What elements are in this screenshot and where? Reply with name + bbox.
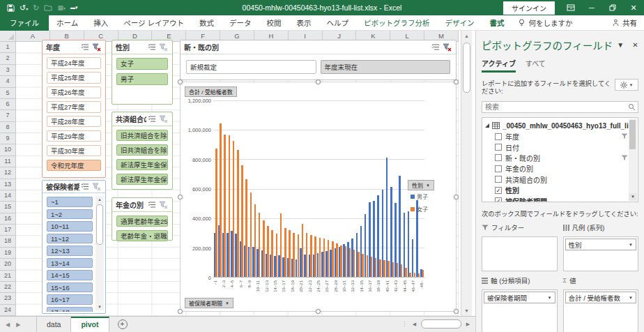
slicer-item[interactable]: 13~14 (47, 258, 93, 269)
field-search-input[interactable] (482, 101, 638, 113)
row-header-14[interactable]: 14 (0, 190, 16, 202)
horizontal-scroll-thumb[interactable] (421, 319, 461, 329)
slicer-item[interactable]: 新法厚生年金保険_老... (116, 174, 168, 186)
bar-女子[interactable] (397, 263, 399, 277)
bar-女子[interactable] (358, 252, 360, 277)
area-chip-合計 / 受給権者数[interactable]: 合計 / 受給権者数▼ (565, 292, 637, 303)
slicer-item[interactable]: 平成28年度 (47, 116, 101, 128)
slicer-seibetsu[interactable]: 性別 女子男子 (112, 40, 173, 105)
row-header-21[interactable]: 21 (0, 271, 16, 282)
bar-男子[interactable] (386, 158, 388, 277)
new-sheet-icon[interactable]: + (118, 319, 128, 329)
axis-field-button[interactable]: 被保険者期間▼ (185, 298, 233, 308)
select-all-corner[interactable] (0, 31, 16, 42)
slicer-item[interactable]: 1~2 (47, 209, 93, 220)
slicer-item[interactable]: 老齢年金・退職年金 (116, 230, 168, 242)
bar-女子[interactable] (293, 233, 295, 278)
bar-女子[interactable] (233, 141, 235, 277)
bar-女子[interactable] (367, 255, 369, 277)
slicer-kikan[interactable]: 被保険者期... ~11~210~1111~1212~1313~1414~151… (42, 180, 106, 314)
field-row-年度[interactable]: 年度 (485, 131, 628, 142)
field-checkbox[interactable] (495, 176, 502, 183)
slicer-kyosai[interactable]: 共済組合の別 旧共済組合を除く_通...旧共済組合を除く_老...新法厚生年金保… (112, 112, 173, 190)
multi-select-icon[interactable] (79, 182, 91, 192)
slicer-item[interactable]: 10~11 (47, 221, 93, 232)
bar-女子[interactable] (298, 234, 300, 277)
bar-女子[interactable] (314, 236, 316, 277)
scroll-up-icon[interactable]: ▲ (95, 196, 104, 203)
row-header-10[interactable]: 10 (0, 144, 16, 156)
bar-女子[interactable] (229, 135, 231, 277)
bar-女子[interactable] (245, 179, 247, 277)
row-header-15[interactable]: 15 (0, 202, 16, 213)
row-header-12[interactable]: 12 (0, 167, 16, 179)
clear-filter-icon[interactable] (91, 43, 102, 52)
slicer-item[interactable]: 令和元年度 (47, 160, 101, 172)
scroll-right-icon[interactable]: ▶ (463, 319, 473, 329)
values-area-box[interactable]: 合計 / 受給権者数▼ (563, 289, 639, 332)
splitter-handle[interactable]: ⋮ (401, 321, 408, 327)
ribbon-tab-ホーム[interactable]: ホーム (49, 15, 86, 31)
row-header-4[interactable]: 4 (0, 76, 16, 87)
row-header-23[interactable]: 23 (0, 293, 16, 304)
slicer-item[interactable]: 平成29年度 (47, 130, 101, 142)
area-chip-性別[interactable]: 性別▼ (565, 239, 637, 250)
collapse-icon[interactable] (485, 123, 489, 128)
row-header-1[interactable]: 1 (0, 42, 16, 53)
legend-field-button[interactable]: 性別▼ (408, 180, 434, 190)
ribbon-tab-データ[interactable]: データ (222, 15, 259, 31)
chart-handle[interactable] (178, 80, 183, 84)
bar-女子[interactable] (379, 259, 381, 277)
minimize-button[interactable]: ─ (581, 0, 602, 15)
bar-女子[interactable] (267, 226, 269, 277)
slicer-item[interactable]: 旧共済組合を除く_通... (116, 130, 168, 142)
field-list-scrollbar[interactable]: ▼ (629, 119, 637, 201)
slicer-item[interactable]: 新規裁定 (186, 60, 316, 74)
row-header-13[interactable]: 13 (0, 179, 16, 190)
scroll-down-icon[interactable]: ▼ (461, 305, 472, 316)
chart-handle[interactable] (454, 195, 459, 199)
bar-女子[interactable] (405, 268, 407, 277)
chart-handle[interactable] (316, 80, 321, 84)
slicer-scroll-thumb[interactable] (96, 204, 103, 245)
bar-男子[interactable] (404, 213, 406, 277)
field-checkbox[interactable]: ✓ (495, 187, 502, 194)
tools-button[interactable]: ▼ (615, 79, 638, 91)
bar-女子[interactable] (340, 246, 342, 278)
slicer-item[interactable]: 11~12 (47, 234, 93, 244)
bar-女子[interactable] (388, 261, 390, 277)
ribbon-tab-ヘルプ[interactable]: ヘルプ (319, 15, 356, 31)
bar-女子[interactable] (220, 123, 222, 277)
bar-女子[interactable] (383, 260, 385, 277)
row-header-7[interactable]: 7 (0, 110, 16, 121)
field-checkbox[interactable] (495, 154, 502, 161)
field-checkbox[interactable] (495, 165, 502, 172)
scroll-down-icon[interactable]: ▼ (95, 303, 104, 310)
slicer-item[interactable]: 16~17 (47, 294, 93, 305)
bar-女子[interactable] (254, 204, 256, 277)
bar-女子[interactable] (328, 240, 330, 277)
ribbon-tab-校閲[interactable]: 校閲 (259, 15, 289, 31)
row-header-19[interactable]: 19 (0, 248, 16, 259)
scroll-left-icon[interactable]: ◀ (410, 319, 419, 329)
pivot-chart[interactable]: 合計 / 受給権者数 0200,000400,000600,000800,000… (180, 82, 457, 312)
table-node[interactable]: _00450_mhlw_00450463_hyo13_full_list (485, 120, 628, 131)
row-header-18[interactable]: 18 (0, 236, 16, 247)
bar-女子[interactable] (271, 230, 273, 277)
multi-select-icon[interactable] (146, 43, 158, 52)
tell-me-box[interactable]: 何をしますか (512, 17, 579, 28)
bar-女子[interactable] (280, 213, 282, 277)
bar-女子[interactable] (241, 165, 243, 277)
row-header-9[interactable]: 9 (0, 133, 16, 144)
bar-女子[interactable] (353, 250, 355, 277)
slicer-item[interactable]: 女子 (116, 58, 168, 70)
bar-女子[interactable] (414, 273, 416, 277)
field-row-新・既の別[interactable]: 新・既の別 (485, 153, 628, 163)
bar-女子[interactable] (319, 238, 321, 277)
restore-button[interactable] (602, 0, 623, 15)
bar-女子[interactable] (345, 246, 347, 277)
multi-select-icon[interactable] (79, 43, 91, 52)
bar-女子[interactable] (263, 220, 265, 277)
slicer-nendo[interactable]: 年度 平成24年度平成25年度平成26年度平成27年度平成28年度平成29年度平… (42, 40, 106, 178)
bar-女子[interactable] (224, 135, 226, 277)
